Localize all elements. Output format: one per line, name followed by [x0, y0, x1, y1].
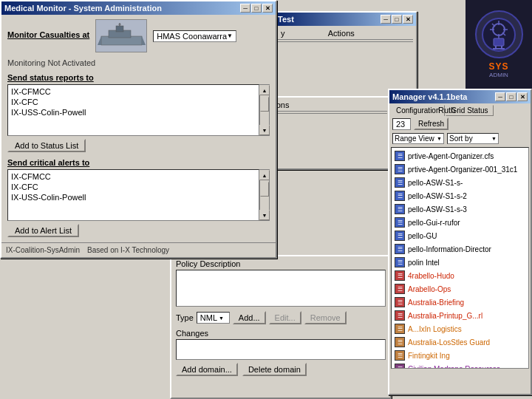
list-item[interactable]: ☰ pello-Gui-r-rufor [393, 216, 527, 229]
list-item[interactable]: ☰ Australia-Briefing [393, 296, 527, 309]
item-label: Civilian Medrone Resources [408, 365, 500, 369]
list-item[interactable]: ☰ pello-ASW-S1-s-3 [393, 202, 527, 216]
list-item[interactable]: ☰ polin Intel [393, 256, 527, 269]
list-item[interactable]: ☰ Fintingkit Ing [393, 349, 527, 362]
minimize-button[interactable]: ─ [240, 4, 250, 13]
list-item[interactable]: ☰ Australia-LosStles Guard [393, 335, 527, 349]
minimize-button[interactable]: ─ [495, 92, 505, 101]
list-item[interactable]: ☰ Arabello-Ops [393, 282, 527, 296]
maximize-button[interactable]: □ [392, 15, 402, 24]
item-icon: ☰ [395, 231, 405, 241]
item-icon: ☰ [395, 364, 405, 369]
svg-marker-3 [98, 36, 101, 45]
scroll-up-arrow[interactable]: ▲ [259, 170, 270, 180]
list-item[interactable]: ☰ prtive-Agent-Organizer.cfs [393, 149, 527, 163]
policy-desc-label: Policy Description [176, 259, 386, 268]
add-status-button[interactable]: Add to Status List [7, 139, 86, 152]
scroll-thumb[interactable] [260, 182, 269, 197]
maximize-button[interactable]: □ [506, 92, 516, 101]
footer-right: Based on I-X Technology [87, 246, 169, 254]
sort-by-dropdown[interactable]: Sort by ▼ [447, 133, 499, 144]
list-item: IX-USS-Colin-Powell [10, 192, 257, 202]
col-y-header: y [278, 27, 325, 40]
item-icon: ☰ [395, 297, 405, 307]
scroll-down-arrow[interactable]: ▼ [259, 125, 270, 135]
col-actions-header2: Actions [259, 99, 387, 112]
close-button[interactable]: ✕ [403, 15, 413, 24]
item-icon: ☰ [395, 151, 405, 161]
monitoring-status: Monitoring Not Activated [7, 58, 270, 67]
medical-footer: IX-Coalition-SysAdmin Based on I-X Techn… [1, 242, 276, 257]
manager-toolbar: 23 Refresh [389, 116, 531, 132]
delete-domain-button[interactable]: Delete domain [242, 363, 307, 376]
test-title: Test [278, 15, 294, 24]
minimize-button[interactable]: ─ [381, 15, 391, 24]
list-item: IX-USS-Colin-Powell [10, 107, 257, 117]
list-item[interactable]: ☰ A...IxIn Logistics [393, 322, 527, 335]
item-icon: ☰ [395, 177, 405, 188]
list-item[interactable]: ☰ pello-Information-Director [393, 242, 527, 256]
monitor-casualties-label: Monitor Casualties at [7, 30, 89, 39]
add-alert-button[interactable]: Add to Alert List [7, 224, 79, 237]
type-label: Type [176, 313, 194, 322]
ship-name-dropdown[interactable]: HMAS Coonawarra ▼ [153, 30, 236, 42]
scroll-thumb[interactable] [260, 97, 269, 112]
item-label: Arabello-Ops [408, 285, 451, 293]
item-label: A...IxIn Logistics [408, 325, 462, 333]
edit-policy-button[interactable]: Edit... [269, 311, 301, 324]
list-item[interactable]: ☰ prtive-Agent-Organizer-001_31c1 [393, 163, 527, 176]
changes-box[interactable] [176, 339, 386, 360]
add-domain-button[interactable]: Add domain... [176, 363, 238, 376]
list-item[interactable]: ☰ pello-ASW-S1-s- [393, 176, 527, 189]
policy-footer: Add domain... Delete domain [176, 363, 386, 376]
item-label: Australia-Printup_G...rl [408, 312, 482, 320]
manager-window: Manager v4.1.1beta ─ □ ✕ Configuration G… [388, 89, 532, 395]
item-label: prtive-Agent-Organizer-001_31c1 [408, 166, 517, 174]
col-actions-header: Actions [325, 27, 413, 40]
item-icon: ☰ [395, 204, 405, 214]
policy-type-row: Type NML ▼ Add... Edit... Remove [176, 311, 386, 324]
item-icon: ☰ [395, 310, 405, 321]
item-icon: ☰ [395, 324, 405, 334]
add-policy-button[interactable]: Add... [233, 311, 266, 324]
list-item[interactable]: ☰ pello-ASW-S1-s-2 [393, 189, 527, 202]
remove-policy-button[interactable]: Remove [304, 311, 347, 324]
item-label: pello-Gui-r-rufor [408, 219, 460, 227]
item-label: polin Intel [408, 259, 440, 267]
alerts-scrollbar[interactable]: ▲ ▼ [259, 169, 270, 221]
list-item[interactable]: ☰ Australia-Printup_G...rl [393, 309, 527, 322]
logo-sub-text: ADMIN [489, 72, 508, 78]
range-view-dropdown[interactable]: Range View ▼ [392, 133, 444, 144]
scroll-down-arrow[interactable]: ▼ [259, 210, 270, 220]
list-item: IX-CFC [10, 97, 257, 107]
type-select[interactable]: NML ▼ [197, 312, 230, 324]
refresh-button[interactable]: Refresh [414, 117, 449, 130]
item-label: prtive-Agent-Organizer.cfs [408, 152, 494, 160]
medical-monitor-window: Medical Monitor - System Administration … [0, 0, 277, 259]
scroll-up-arrow[interactable]: ▲ [259, 85, 270, 95]
medical-titlebar-buttons: ─ □ ✕ [240, 4, 273, 13]
list-item[interactable]: ☰ Civilian Medrone Resources [393, 362, 527, 369]
item-icon: ☰ [395, 284, 405, 294]
list-item[interactable]: ☰ pello-GU [393, 229, 527, 242]
list-item[interactable]: ☰ 4rabello-Hudo [393, 269, 527, 282]
close-button[interactable]: ✕ [517, 92, 528, 101]
manager-count: 23 [392, 118, 411, 130]
item-icon: ☰ [395, 270, 405, 281]
test-titlebar-buttons: ─ □ ✕ [381, 15, 413, 24]
item-label: Fintingkit Ing [408, 352, 450, 360]
ship-image [95, 19, 147, 52]
maximize-button[interactable]: □ [251, 4, 262, 13]
sysadmin-logo: SYS ADMIN [466, 0, 532, 89]
list-item: IX-CFC [10, 182, 257, 192]
status-list: IX-CFMCC IX-CFC IX-USS-Colin-Powell [7, 84, 259, 136]
status-scrollbar[interactable]: ▲ ▼ [259, 84, 270, 136]
configuration-tab[interactable]: Configuration [391, 105, 445, 116]
manager-item-list: ☰ prtive-Agent-Organizer.cfs ☰ prtive-Ag… [391, 147, 529, 369]
dropdown-arrow-icon: ▼ [227, 33, 233, 39]
ship-name-text: HMAS Coonawarra [157, 32, 227, 41]
policy-desc-box[interactable] [176, 270, 386, 307]
item-icon: ☰ [395, 257, 405, 267]
item-label: pello-ASW-S1-s-3 [408, 205, 467, 214]
close-button[interactable]: ✕ [262, 4, 273, 13]
